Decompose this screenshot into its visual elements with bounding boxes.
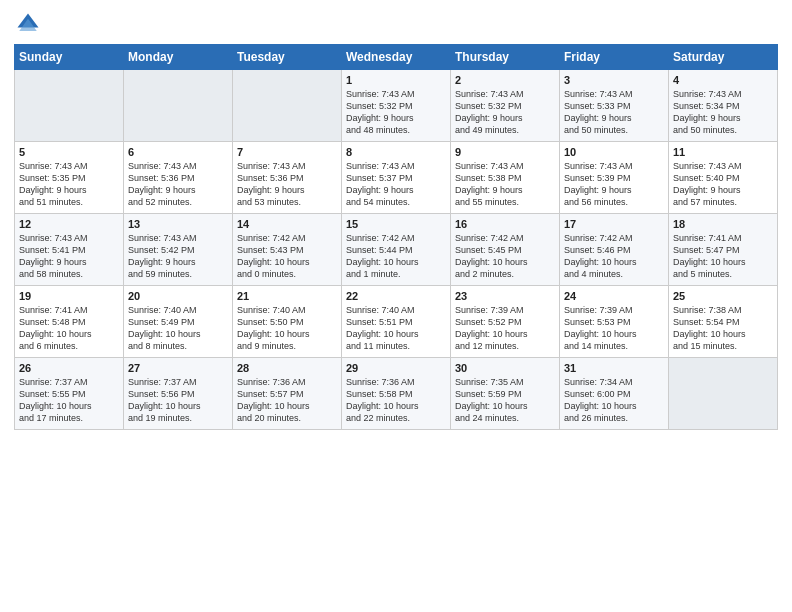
calendar-page: SundayMondayTuesdayWednesdayThursdayFrid…: [0, 0, 792, 612]
calendar-cell: 5Sunrise: 7:43 AM Sunset: 5:35 PM Daylig…: [15, 142, 124, 214]
week-row-2: 12Sunrise: 7:43 AM Sunset: 5:41 PM Dayli…: [15, 214, 778, 286]
day-info: Sunrise: 7:43 AM Sunset: 5:33 PM Dayligh…: [564, 88, 664, 137]
calendar-cell: 9Sunrise: 7:43 AM Sunset: 5:38 PM Daylig…: [451, 142, 560, 214]
day-number: 23: [455, 290, 555, 302]
weekday-header-friday: Friday: [560, 45, 669, 70]
calendar-cell: 27Sunrise: 7:37 AM Sunset: 5:56 PM Dayli…: [124, 358, 233, 430]
day-number: 21: [237, 290, 337, 302]
calendar-cell: 26Sunrise: 7:37 AM Sunset: 5:55 PM Dayli…: [15, 358, 124, 430]
weekday-header-row: SundayMondayTuesdayWednesdayThursdayFrid…: [15, 45, 778, 70]
day-info: Sunrise: 7:37 AM Sunset: 5:55 PM Dayligh…: [19, 376, 119, 425]
calendar-cell: [669, 358, 778, 430]
day-info: Sunrise: 7:39 AM Sunset: 5:52 PM Dayligh…: [455, 304, 555, 353]
logo: [14, 10, 46, 38]
day-number: 9: [455, 146, 555, 158]
day-number: 12: [19, 218, 119, 230]
day-number: 14: [237, 218, 337, 230]
day-number: 13: [128, 218, 228, 230]
day-number: 7: [237, 146, 337, 158]
day-info: Sunrise: 7:43 AM Sunset: 5:34 PM Dayligh…: [673, 88, 773, 137]
day-number: 10: [564, 146, 664, 158]
day-number: 25: [673, 290, 773, 302]
calendar-cell: 14Sunrise: 7:42 AM Sunset: 5:43 PM Dayli…: [233, 214, 342, 286]
day-number: 15: [346, 218, 446, 230]
day-info: Sunrise: 7:43 AM Sunset: 5:40 PM Dayligh…: [673, 160, 773, 209]
calendar-cell: 19Sunrise: 7:41 AM Sunset: 5:48 PM Dayli…: [15, 286, 124, 358]
weekday-header-monday: Monday: [124, 45, 233, 70]
day-info: Sunrise: 7:43 AM Sunset: 5:37 PM Dayligh…: [346, 160, 446, 209]
day-info: Sunrise: 7:43 AM Sunset: 5:32 PM Dayligh…: [346, 88, 446, 137]
header: [14, 10, 778, 38]
calendar-cell: 3Sunrise: 7:43 AM Sunset: 5:33 PM Daylig…: [560, 70, 669, 142]
calendar-cell: 25Sunrise: 7:38 AM Sunset: 5:54 PM Dayli…: [669, 286, 778, 358]
day-number: 16: [455, 218, 555, 230]
weekday-header-wednesday: Wednesday: [342, 45, 451, 70]
week-row-1: 5Sunrise: 7:43 AM Sunset: 5:35 PM Daylig…: [15, 142, 778, 214]
day-info: Sunrise: 7:43 AM Sunset: 5:38 PM Dayligh…: [455, 160, 555, 209]
day-number: 17: [564, 218, 664, 230]
weekday-header-thursday: Thursday: [451, 45, 560, 70]
calendar-cell: 10Sunrise: 7:43 AM Sunset: 5:39 PM Dayli…: [560, 142, 669, 214]
calendar-cell: 20Sunrise: 7:40 AM Sunset: 5:49 PM Dayli…: [124, 286, 233, 358]
day-number: 20: [128, 290, 228, 302]
day-info: Sunrise: 7:43 AM Sunset: 5:35 PM Dayligh…: [19, 160, 119, 209]
calendar-table: SundayMondayTuesdayWednesdayThursdayFrid…: [14, 44, 778, 430]
day-info: Sunrise: 7:35 AM Sunset: 5:59 PM Dayligh…: [455, 376, 555, 425]
calendar-cell: 12Sunrise: 7:43 AM Sunset: 5:41 PM Dayli…: [15, 214, 124, 286]
day-number: 1: [346, 74, 446, 86]
week-row-3: 19Sunrise: 7:41 AM Sunset: 5:48 PM Dayli…: [15, 286, 778, 358]
calendar-cell: 30Sunrise: 7:35 AM Sunset: 5:59 PM Dayli…: [451, 358, 560, 430]
weekday-header-saturday: Saturday: [669, 45, 778, 70]
calendar-cell: 23Sunrise: 7:39 AM Sunset: 5:52 PM Dayli…: [451, 286, 560, 358]
day-info: Sunrise: 7:40 AM Sunset: 5:50 PM Dayligh…: [237, 304, 337, 353]
day-info: Sunrise: 7:43 AM Sunset: 5:42 PM Dayligh…: [128, 232, 228, 281]
week-row-4: 26Sunrise: 7:37 AM Sunset: 5:55 PM Dayli…: [15, 358, 778, 430]
day-info: Sunrise: 7:42 AM Sunset: 5:46 PM Dayligh…: [564, 232, 664, 281]
logo-icon: [14, 10, 42, 38]
day-number: 3: [564, 74, 664, 86]
calendar-cell: 24Sunrise: 7:39 AM Sunset: 5:53 PM Dayli…: [560, 286, 669, 358]
day-number: 26: [19, 362, 119, 374]
week-row-0: 1Sunrise: 7:43 AM Sunset: 5:32 PM Daylig…: [15, 70, 778, 142]
calendar-cell: 2Sunrise: 7:43 AM Sunset: 5:32 PM Daylig…: [451, 70, 560, 142]
day-number: 31: [564, 362, 664, 374]
calendar-cell: 18Sunrise: 7:41 AM Sunset: 5:47 PM Dayli…: [669, 214, 778, 286]
calendar-cell: 13Sunrise: 7:43 AM Sunset: 5:42 PM Dayli…: [124, 214, 233, 286]
day-info: Sunrise: 7:43 AM Sunset: 5:41 PM Dayligh…: [19, 232, 119, 281]
calendar-cell: [233, 70, 342, 142]
calendar-cell: 8Sunrise: 7:43 AM Sunset: 5:37 PM Daylig…: [342, 142, 451, 214]
day-number: 29: [346, 362, 446, 374]
calendar-cell: 1Sunrise: 7:43 AM Sunset: 5:32 PM Daylig…: [342, 70, 451, 142]
calendar-cell: [15, 70, 124, 142]
calendar-cell: 31Sunrise: 7:34 AM Sunset: 6:00 PM Dayli…: [560, 358, 669, 430]
day-info: Sunrise: 7:43 AM Sunset: 5:36 PM Dayligh…: [128, 160, 228, 209]
calendar-cell: 16Sunrise: 7:42 AM Sunset: 5:45 PM Dayli…: [451, 214, 560, 286]
day-info: Sunrise: 7:43 AM Sunset: 5:39 PM Dayligh…: [564, 160, 664, 209]
day-info: Sunrise: 7:40 AM Sunset: 5:49 PM Dayligh…: [128, 304, 228, 353]
day-number: 18: [673, 218, 773, 230]
day-info: Sunrise: 7:43 AM Sunset: 5:36 PM Dayligh…: [237, 160, 337, 209]
day-number: 19: [19, 290, 119, 302]
day-info: Sunrise: 7:41 AM Sunset: 5:47 PM Dayligh…: [673, 232, 773, 281]
day-info: Sunrise: 7:40 AM Sunset: 5:51 PM Dayligh…: [346, 304, 446, 353]
day-number: 11: [673, 146, 773, 158]
day-info: Sunrise: 7:42 AM Sunset: 5:44 PM Dayligh…: [346, 232, 446, 281]
day-info: Sunrise: 7:42 AM Sunset: 5:45 PM Dayligh…: [455, 232, 555, 281]
day-number: 8: [346, 146, 446, 158]
calendar-cell: 15Sunrise: 7:42 AM Sunset: 5:44 PM Dayli…: [342, 214, 451, 286]
calendar-cell: 7Sunrise: 7:43 AM Sunset: 5:36 PM Daylig…: [233, 142, 342, 214]
day-number: 4: [673, 74, 773, 86]
day-number: 24: [564, 290, 664, 302]
calendar-cell: 6Sunrise: 7:43 AM Sunset: 5:36 PM Daylig…: [124, 142, 233, 214]
day-info: Sunrise: 7:36 AM Sunset: 5:58 PM Dayligh…: [346, 376, 446, 425]
weekday-header-sunday: Sunday: [15, 45, 124, 70]
calendar-cell: 17Sunrise: 7:42 AM Sunset: 5:46 PM Dayli…: [560, 214, 669, 286]
day-number: 28: [237, 362, 337, 374]
day-info: Sunrise: 7:42 AM Sunset: 5:43 PM Dayligh…: [237, 232, 337, 281]
calendar-cell: [124, 70, 233, 142]
day-number: 6: [128, 146, 228, 158]
day-info: Sunrise: 7:39 AM Sunset: 5:53 PM Dayligh…: [564, 304, 664, 353]
calendar-cell: 22Sunrise: 7:40 AM Sunset: 5:51 PM Dayli…: [342, 286, 451, 358]
day-number: 30: [455, 362, 555, 374]
day-info: Sunrise: 7:36 AM Sunset: 5:57 PM Dayligh…: [237, 376, 337, 425]
